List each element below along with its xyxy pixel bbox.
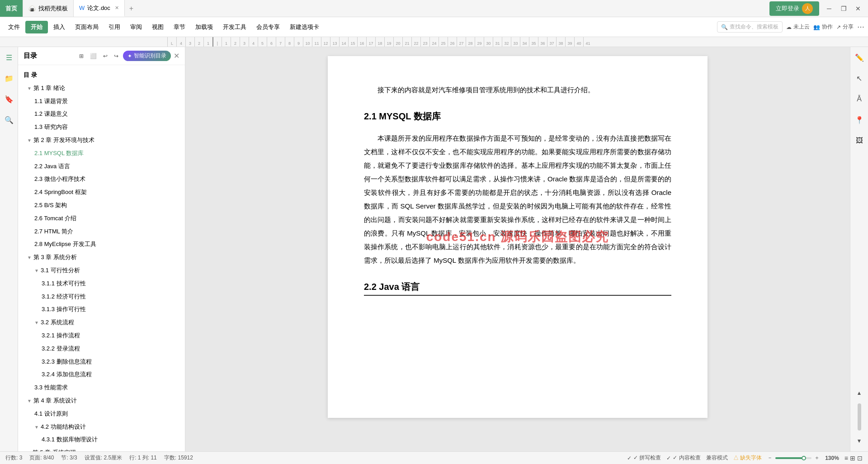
view-mode-buttons: ≡ ⊞ ⊡ [844, 455, 863, 462]
ribbon-devtools[interactable]: 开发工具 [218, 21, 251, 33]
ribbon-layout[interactable]: 页面布局 [71, 21, 103, 33]
list-item[interactable]: ▼第 2 章 开发环境与技术 [18, 134, 185, 147]
spell-check-status[interactable]: ✓ ✓ 拼写检查 [627, 454, 661, 462]
toc-tool-redo[interactable]: ↪ [112, 52, 120, 60]
view-mode-3[interactable]: ⊡ [857, 455, 863, 462]
ribbon-review[interactable]: 审阅 [126, 21, 146, 33]
ribbon-newtab[interactable]: 新建选项卡 [285, 21, 324, 33]
collab-icon: 👥 [813, 24, 820, 30]
list-item[interactable]: 4.1 设计原则 [18, 407, 185, 421]
zoom-in-icon[interactable]: ＋ [814, 454, 820, 462]
doc-tab[interactable]: W 论文.doc ✕ [74, 0, 125, 17]
zoom-slider[interactable]: － ＋ [767, 454, 820, 462]
list-item[interactable]: ▼3.1 可行性分析 [18, 264, 185, 277]
share-button[interactable]: ↗ 分享 [836, 23, 854, 31]
document-page[interactable]: code51.cn 源码乐园盗图必究 接下来的内容就是对汽车维修项目管理系统用到… [328, 56, 708, 418]
search-placeholder: 查找命令、搜索模板 [730, 23, 778, 31]
cloud-button[interactable]: ☁ 未上云 [786, 23, 810, 31]
list-item[interactable]: 3.1.1 技术可行性 [18, 277, 185, 290]
list-item[interactable]: 2.7 HTML 简介 [18, 225, 185, 238]
add-tab-button[interactable]: + [125, 5, 138, 13]
view-mode-2[interactable]: ⊞ [850, 455, 855, 462]
ribbon-addons[interactable]: 加载项 [191, 21, 217, 33]
zoom-track[interactable] [775, 457, 811, 459]
right-scroll-up[interactable]: ▲ [853, 386, 866, 400]
doc-tab-label: 论文.doc [87, 4, 110, 12]
list-item[interactable]: 1.1 课题背景 [18, 95, 185, 108]
list-item[interactable]: ▼4.2 功能结构设计 [18, 421, 185, 434]
right-image-icon[interactable]: 🖼 [853, 134, 866, 147]
word-count-info: 字数: 15912 [164, 454, 193, 462]
doc-icon: W [79, 5, 85, 11]
ribbon-vip[interactable]: 会员专享 [252, 21, 284, 33]
list-item[interactable]: 2.5 B/S 架构 [18, 199, 185, 212]
sidebar-close-button[interactable]: ✕ [174, 52, 179, 60]
ribbon-file[interactable]: 文件 [4, 21, 24, 33]
document-area[interactable]: code51.cn 源码乐园盗图必究 接下来的内容就是对汽车维修项目管理系统用到… [185, 47, 850, 451]
list-item[interactable]: 3.3 性能需求 [18, 381, 185, 394]
ribbon-view[interactable]: 视图 [147, 21, 168, 33]
template-icon: 🍙 [28, 5, 36, 12]
list-item[interactable]: 4.3.1 数据库物理设计 [18, 433, 185, 446]
main-area: ☰ 📁 🔖 🔍 目录 ⊞ ⬜ ↩ ↪ ✦ 智能识别目录 ✕ [0, 47, 868, 451]
list-item[interactable]: ▼第 4 章 系统设计 [18, 394, 185, 407]
right-format-icon[interactable]: Ā [853, 92, 866, 106]
minimize-button[interactable]: ─ [823, 2, 835, 15]
search-side-icon[interactable]: 🔍 [2, 113, 16, 127]
toc-icon[interactable]: ☰ [2, 51, 16, 64]
list-item[interactable]: 2.3 微信小程序技术 [18, 173, 185, 186]
list-item[interactable]: 2.6 Tomcat 介绍 [18, 212, 185, 225]
list-item[interactable]: ▶第 5 章 系统实现 [18, 446, 185, 451]
list-item[interactable]: 1.3 研究内容 [18, 121, 185, 134]
zoom-out-icon[interactable]: － [767, 454, 773, 462]
ribbon-insert[interactable]: 插入 [49, 21, 70, 33]
list-item[interactable]: 1.2 课题意义 [18, 108, 185, 121]
list-item[interactable]: 3.2.1 操作流程 [18, 329, 185, 342]
list-item[interactable]: 3.2.2 登录流程 [18, 342, 185, 355]
tab-close-icon[interactable]: ✕ [115, 5, 119, 11]
home-tab[interactable]: 首页 [0, 0, 23, 17]
close-button[interactable]: ✕ [852, 2, 864, 15]
list-item[interactable]: ▼3.2 系统流程 [18, 316, 185, 329]
bookmark-icon[interactable]: 🔖 [2, 92, 16, 106]
list-item[interactable]: 3.1.2 经济可行性 [18, 290, 185, 303]
list-item[interactable]: 3.2.3 删除信息流程 [18, 355, 185, 369]
zoom-thumb[interactable] [802, 456, 806, 460]
cloud-icon: ☁ [786, 24, 792, 30]
collab-label: 协作 [822, 23, 833, 31]
more-button[interactable]: ⋯ [857, 23, 864, 31]
doc-paragraph[interactable]: 本课题所开发的应用程序在数据操作方面是不可预知的，是经常变动的，没有办法直接把数… [364, 132, 671, 267]
ribbon-reference[interactable]: 引用 [104, 21, 125, 33]
scroll-thumb[interactable] [858, 403, 861, 431]
search-box[interactable]: 🔍 查找命令、搜索模板 [717, 21, 783, 33]
settings-info: 设置值: 2.5厘米 [85, 454, 122, 462]
row-col-info: 行数: 3 [5, 454, 22, 462]
list-item[interactable]: ▼第 1 章 绪论 [18, 82, 185, 95]
ribbon-chapter[interactable]: 章节 [169, 21, 190, 33]
list-item[interactable]: 3.2.4 添加信息流程 [18, 368, 185, 381]
collab-button[interactable]: 👥 协作 [813, 23, 833, 31]
list-item[interactable]: 2.4 SpringBoot 框架 [18, 186, 185, 199]
template-tab[interactable]: 🍙 找稻壳模板 [23, 0, 74, 17]
right-scroll-down[interactable]: ▼ [853, 434, 866, 448]
list-item[interactable]: 2.2 Java 语言 [18, 160, 185, 173]
ai-toc-button[interactable]: ✦ 智能识别目录 [123, 51, 171, 61]
content-check-status[interactable]: ✓ ✓ 内容检查 [666, 454, 700, 462]
view-mode-1[interactable]: ≡ [844, 455, 848, 462]
list-item[interactable]: ▼第 3 章 系统分析 [18, 251, 185, 264]
right-edit-icon[interactable]: ✏️ [853, 51, 866, 64]
toc-tool-grid[interactable]: ⊞ [77, 52, 85, 60]
toc-tool-collapse[interactable]: ⬜ [88, 52, 99, 60]
restore-button[interactable]: ❐ [837, 2, 850, 15]
cloud-label: 未上云 [793, 23, 810, 31]
toc-tool-undo[interactable]: ↩ [101, 52, 109, 60]
right-cursor-icon[interactable]: ↖ [853, 71, 866, 85]
list-item[interactable]: 2.8 MyEclipse 开发工具 [18, 238, 185, 251]
files-icon[interactable]: 📁 [2, 71, 16, 85]
right-location-icon[interactable]: 📍 [853, 113, 866, 127]
content-check-icon: ✓ [666, 455, 671, 461]
ribbon-start[interactable]: 开始 [25, 21, 48, 33]
list-item[interactable]: 3.1.3 操作可行性 [18, 303, 185, 316]
list-item[interactable]: 2.1 MYSQL 数据库 [18, 147, 185, 160]
register-button[interactable]: 立即登录 人 [769, 1, 819, 16]
